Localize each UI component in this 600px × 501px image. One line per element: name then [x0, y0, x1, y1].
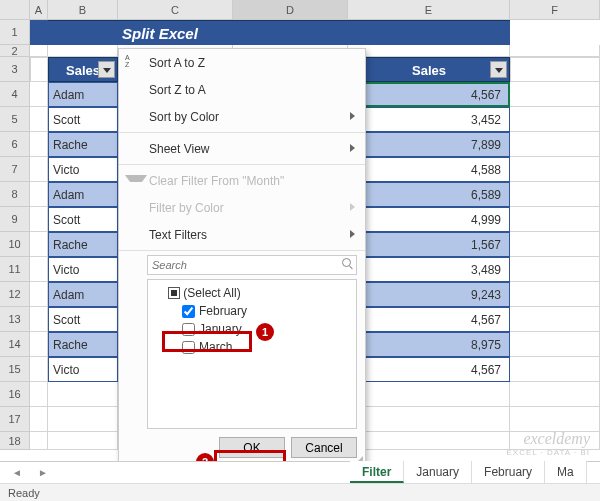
col-salesman-header[interactable]: Sales — [48, 57, 118, 82]
row-header[interactable]: 15 — [0, 357, 30, 382]
status-bar: Ready — [0, 483, 600, 501]
cell-salesman[interactable]: Rache — [48, 332, 118, 357]
col-header-f[interactable]: F — [510, 0, 600, 19]
filter-search-input[interactable] — [147, 255, 357, 275]
row-header[interactable]: 3 — [0, 57, 30, 82]
tab-february[interactable]: February — [472, 461, 545, 483]
row-header[interactable]: 14 — [0, 332, 30, 357]
cell-salesman[interactable]: Victo — [48, 357, 118, 382]
cell-salesman[interactable]: Victo — [48, 157, 118, 182]
sort-ascending-icon — [125, 55, 141, 71]
col-header-c[interactable]: C — [118, 0, 233, 19]
col-header-b[interactable]: B — [48, 0, 118, 19]
cell-sales[interactable]: $9,243 — [348, 282, 510, 307]
active-cell-indicator — [348, 82, 510, 107]
cell-sales[interactable]: $3,489 — [348, 257, 510, 282]
row-header[interactable]: 4 — [0, 82, 30, 107]
tab-filter[interactable]: Filter — [350, 461, 404, 483]
cell-salesman[interactable]: Adam — [48, 82, 118, 107]
filter-by-color: Filter by Color — [119, 194, 365, 221]
tab-january[interactable]: January — [404, 461, 472, 483]
cell-salesman[interactable]: Rache — [48, 132, 118, 157]
submenu-arrow-icon — [350, 144, 355, 152]
tab-nav-prev-icon[interactable]: ◄ — [12, 467, 22, 478]
callout-highlight-1 — [162, 331, 252, 352]
col-sales-header[interactable]: Sales — [348, 57, 510, 82]
col-header-d[interactable]: D — [233, 0, 348, 19]
cell-salesman[interactable]: Adam — [48, 182, 118, 207]
sort-by-color[interactable]: Sort by Color — [119, 103, 365, 130]
cell-salesman[interactable]: Victo — [48, 257, 118, 282]
cell-salesman[interactable]: Rache — [48, 232, 118, 257]
sort-descending-icon — [125, 82, 141, 98]
sort-a-to-z[interactable]: Sort A to Z — [119, 49, 365, 76]
row-header[interactable]: 2 — [0, 45, 30, 57]
row-header[interactable]: 9 — [0, 207, 30, 232]
clear-filter: Clear Filter From "Month" — [119, 167, 365, 194]
row-header[interactable]: 17 — [0, 407, 30, 432]
row-header[interactable]: 16 — [0, 382, 30, 407]
checkbox-indeterminate-icon[interactable] — [168, 287, 180, 299]
cell-sales[interactable]: $4,567 — [348, 357, 510, 382]
row-header[interactable]: 13 — [0, 307, 30, 332]
filter-dropdown-icon[interactable] — [98, 61, 115, 78]
cell-salesman[interactable]: Adam — [48, 282, 118, 307]
text-filters[interactable]: Text Filters — [119, 221, 365, 248]
filter-values-list[interactable]: (Select All) February January March — [147, 279, 357, 429]
column-headers: A B C D E F — [0, 0, 600, 20]
row-header[interactable]: 5 — [0, 107, 30, 132]
filter-item-february[interactable]: February — [152, 302, 352, 320]
sheet-tabs: Filter January February Ma — [350, 461, 587, 483]
row-header[interactable]: 18 — [0, 432, 30, 450]
row-header[interactable]: 10 — [0, 232, 30, 257]
funnel-icon — [125, 175, 139, 187]
filter-context-menu: Sort A to Z Sort Z to A Sort by Color Sh… — [118, 48, 366, 467]
cell-sales[interactable]: $4,567 — [348, 307, 510, 332]
sort-z-to-a[interactable]: Sort Z to A — [119, 76, 365, 103]
callout-badge-1: 1 — [256, 323, 274, 341]
cell-sales[interactable]: $1,567 — [348, 232, 510, 257]
row-header[interactable]: 11 — [0, 257, 30, 282]
status-ready: Ready — [8, 484, 40, 501]
row-header[interactable]: 6 — [0, 132, 30, 157]
filter-dropdown-icon[interactable] — [490, 61, 507, 78]
submenu-arrow-icon — [350, 112, 355, 120]
row-header[interactable]: 1 — [0, 20, 30, 45]
cell-sales[interactable]: $3,452 — [348, 107, 510, 132]
title-banner: Split Excel Sheet into Multiple Workshee… — [118, 20, 233, 45]
cancel-button[interactable]: Cancel — [291, 437, 357, 458]
title-row: 1 Split Excel Sheet into Multiple Worksh… — [0, 20, 600, 45]
col-header-e[interactable]: E — [348, 0, 510, 19]
col-header-a[interactable]: A — [30, 0, 48, 19]
submenu-arrow-icon — [350, 203, 355, 211]
cell-sales[interactable]: $8,975 — [348, 332, 510, 357]
row-header[interactable]: 8 — [0, 182, 30, 207]
tab-nav-next-icon[interactable]: ► — [38, 467, 48, 478]
submenu-arrow-icon — [350, 230, 355, 238]
row-header[interactable]: 7 — [0, 157, 30, 182]
tab-march[interactable]: Ma — [545, 461, 587, 483]
cell-sales[interactable]: $4,588 — [348, 157, 510, 182]
watermark: exceldemy EXCEL · DATA · BI — [506, 430, 590, 457]
cell-salesman[interactable]: Scott — [48, 207, 118, 232]
sheet-view[interactable]: Sheet View — [119, 135, 365, 162]
cell-sales[interactable]: $4,999 — [348, 207, 510, 232]
checkbox[interactable] — [182, 305, 195, 318]
filter-select-all[interactable]: (Select All) — [152, 284, 352, 302]
search-icon — [342, 258, 354, 270]
cell-sales[interactable]: $7,899 — [348, 132, 510, 157]
cell-salesman[interactable]: Scott — [48, 107, 118, 132]
row-header[interactable]: 12 — [0, 282, 30, 307]
cell-sales[interactable]: $6,589 — [348, 182, 510, 207]
select-all-corner[interactable] — [0, 0, 30, 19]
cell-salesman[interactable]: Scott — [48, 307, 118, 332]
